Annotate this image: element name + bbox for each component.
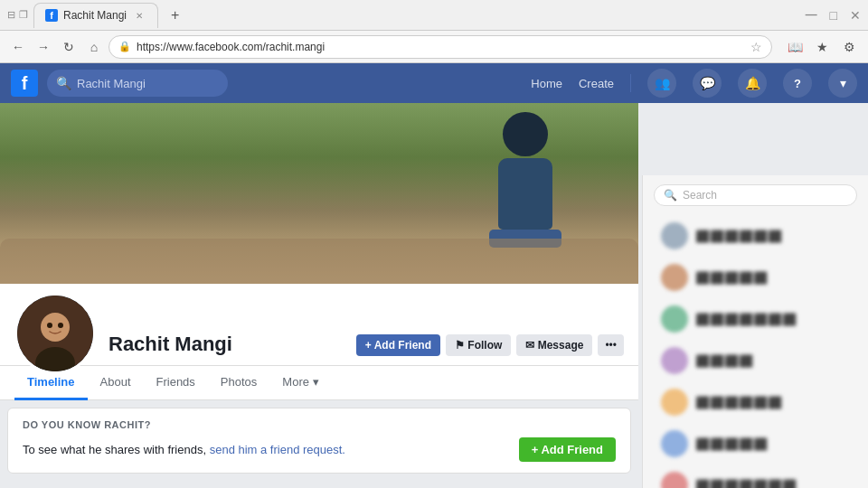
chat-search-box[interactable]: 🔍 Search bbox=[654, 184, 857, 206]
facebook-logo: f bbox=[11, 70, 38, 97]
window-restore: ❐ bbox=[19, 9, 28, 21]
notifications-icon: 🔔 bbox=[745, 76, 760, 90]
svg-point-4 bbox=[58, 323, 63, 328]
nav-home[interactable]: Home bbox=[531, 77, 562, 90]
nav-create[interactable]: Create bbox=[579, 77, 614, 90]
chat-item[interactable]: ⬛⬛⬛⬛⬛⬛⬛ bbox=[650, 298, 861, 340]
chat-avatar bbox=[661, 305, 688, 333]
profile-action-buttons: + Add Friend ⚑ Follow ✉ Message ••• bbox=[356, 334, 624, 356]
ssl-lock-icon: 🔒 bbox=[118, 41, 131, 52]
search-icon: 🔍 bbox=[56, 76, 71, 90]
facebook-search-input[interactable] bbox=[77, 77, 203, 90]
chat-item[interactable]: ⬛⬛⬛⬛⬛⬛ bbox=[650, 215, 861, 257]
favorites-button[interactable]: ★ bbox=[810, 35, 834, 59]
profile-name: Rachit Mangi bbox=[108, 333, 232, 356]
tab-about[interactable]: About bbox=[88, 366, 144, 400]
profile-name-actions: Rachit Mangi + Add Friend ⚑ Follow ✉ Mes… bbox=[108, 333, 624, 365]
messenger-icon-button[interactable]: 💬 bbox=[693, 69, 722, 98]
friends-icon: 👥 bbox=[655, 76, 670, 90]
dropdown-icon: ▾ bbox=[840, 76, 846, 90]
settings-button[interactable]: ⚙ bbox=[837, 35, 861, 59]
browser-nav: ← → ↻ ⌂ 🔒 https://www.facebook.com/rachi… bbox=[0, 31, 868, 63]
know-rachit-bar: DO YOU KNOW RACHIT? To see what he share… bbox=[7, 408, 631, 474]
profile-info-bar: Rachit Mangi + Add Friend ⚑ Follow ✉ Mes… bbox=[0, 284, 638, 366]
sidebar-search-area: 🔍 Search bbox=[643, 175, 868, 215]
account-dropdown-button[interactable]: ▾ bbox=[828, 69, 857, 98]
message-button[interactable]: ✉ Message bbox=[516, 334, 592, 356]
profile-tabs: Timeline About Friends Photos More ▾ bbox=[0, 366, 638, 400]
messenger-icon: 💬 bbox=[700, 76, 715, 90]
svg-point-3 bbox=[47, 323, 52, 328]
know-bar-text: To see what he shares with friends, send… bbox=[23, 443, 345, 456]
chat-avatar bbox=[661, 430, 688, 457]
chat-search-placeholder: Search bbox=[683, 189, 717, 202]
chat-search-icon: 🔍 bbox=[664, 189, 677, 202]
browser-titlebar: ⊟ ❐ f Rachit Mangi ✕ + ─ □ ✕ bbox=[0, 0, 868, 31]
facebook-header: f 🔍 Home Create 👥 💬 🔔 ? ▾ bbox=[0, 63, 868, 103]
new-tab-button[interactable]: + bbox=[164, 7, 186, 23]
chat-avatar bbox=[661, 389, 688, 416]
tab-close-button[interactable]: ✕ bbox=[132, 8, 146, 23]
window-icon: ⊟ bbox=[7, 9, 15, 21]
back-button[interactable]: ← bbox=[7, 36, 29, 58]
reader-view-button[interactable]: 📖 bbox=[783, 35, 807, 59]
tab-more[interactable]: More ▾ bbox=[269, 366, 331, 400]
close-button[interactable]: ✕ bbox=[850, 8, 861, 23]
know-bar-pre-text: To see what he shares with friends, bbox=[23, 443, 210, 456]
active-tab[interactable]: f Rachit Mangi ✕ bbox=[33, 3, 158, 28]
content-area: ℹ Intro Blogger | Web Developer | Tech G… bbox=[0, 484, 638, 488]
chat-item[interactable]: ⬛⬛⬛⬛⬛⬛ bbox=[650, 381, 861, 423]
know-bar-title: DO YOU KNOW RACHIT? bbox=[23, 419, 616, 430]
chat-item[interactable]: ⬛⬛⬛⬛⬛⬛⬛ bbox=[650, 465, 861, 488]
profile-avatar bbox=[14, 293, 96, 374]
friend-request-link[interactable]: send him a friend request. bbox=[210, 443, 345, 456]
right-sidebar: 🔍 Search ⬛⬛⬛⬛⬛⬛ ⬛⬛⬛⬛⬛ ⬛⬛⬛⬛⬛⬛⬛ ⬛⬛⬛⬛ bbox=[642, 175, 868, 488]
profile-section: Rachit Mangi + Add Friend ⚑ Follow ✉ Mes… bbox=[0, 103, 638, 488]
know-bar-content: To see what he shares with friends, send… bbox=[23, 437, 616, 462]
add-friend-button[interactable]: + Add Friend bbox=[356, 334, 440, 356]
friends-icon-button[interactable]: 👥 bbox=[647, 69, 676, 98]
facebook-nav: Home Create 👥 💬 🔔 ? ▾ bbox=[237, 69, 857, 98]
cover-photo bbox=[0, 103, 638, 284]
chat-avatar bbox=[661, 347, 688, 374]
browser-nav-right: 📖 ★ ⚙ bbox=[783, 35, 861, 59]
help-icon: ? bbox=[794, 77, 801, 90]
browser-window-controls: ⊟ ❐ bbox=[7, 9, 28, 21]
follow-button[interactable]: ⚑ Follow bbox=[446, 334, 511, 356]
notifications-icon-button[interactable]: 🔔 bbox=[738, 69, 767, 98]
chat-avatar bbox=[661, 264, 688, 291]
main-content: Rachit Mangi + Add Friend ⚑ Follow ✉ Mes… bbox=[0, 103, 868, 488]
maximize-button[interactable]: □ bbox=[830, 8, 837, 23]
chat-avatar bbox=[661, 222, 688, 249]
refresh-button[interactable]: ↻ bbox=[58, 36, 80, 58]
tab-photos[interactable]: Photos bbox=[208, 366, 269, 400]
tab-favicon: f bbox=[45, 9, 58, 22]
svg-point-1 bbox=[41, 313, 70, 342]
tab-friends[interactable]: Friends bbox=[144, 366, 208, 400]
address-bar[interactable]: 🔒 https://www.facebook.com/rachit.mangi … bbox=[108, 35, 772, 59]
tab-title: Rachit Mangi bbox=[63, 9, 127, 22]
bookmark-icon[interactable]: ☆ bbox=[750, 40, 762, 54]
avatar-image bbox=[17, 296, 93, 371]
chat-item[interactable]: ⬛⬛⬛⬛ bbox=[650, 340, 861, 381]
url-text: https://www.facebook.com/rachit.mangi bbox=[137, 41, 745, 53]
cover-section: Rachit Mangi + Add Friend ⚑ Follow ✉ Mes… bbox=[0, 103, 638, 400]
home-button[interactable]: ⌂ bbox=[83, 36, 105, 58]
know-bar-wrapper: DO YOU KNOW RACHIT? To see what he share… bbox=[0, 400, 638, 474]
minimize-button[interactable]: ─ bbox=[806, 5, 817, 24]
chat-list: ⬛⬛⬛⬛⬛⬛ ⬛⬛⬛⬛⬛ ⬛⬛⬛⬛⬛⬛⬛ ⬛⬛⬛⬛ ⬛⬛⬛⬛⬛⬛ ⬛⬛⬛⬛⬛ bbox=[643, 215, 868, 488]
nav-divider bbox=[630, 74, 631, 92]
chat-item[interactable]: ⬛⬛⬛⬛⬛ bbox=[650, 423, 861, 465]
chat-avatar bbox=[661, 472, 688, 488]
add-friend-green-button[interactable]: + Add Friend bbox=[519, 437, 616, 462]
chat-item[interactable]: ⬛⬛⬛⬛⬛ bbox=[650, 257, 861, 298]
more-options-button[interactable]: ••• bbox=[598, 334, 624, 356]
help-icon-button[interactable]: ? bbox=[783, 69, 812, 98]
facebook-search-box[interactable]: 🔍 bbox=[47, 70, 228, 97]
forward-button[interactable]: → bbox=[33, 36, 54, 58]
